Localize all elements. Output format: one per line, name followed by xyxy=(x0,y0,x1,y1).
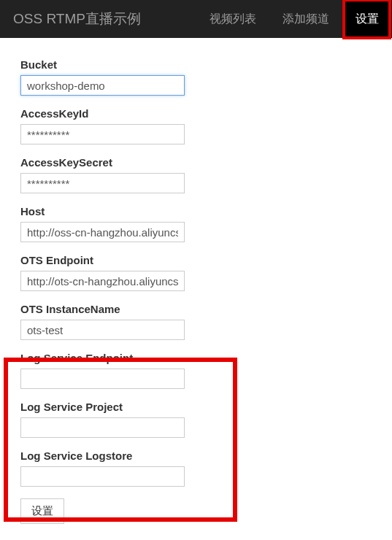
navbar: OSS RTMP直播示例 视频列表 添加频道 设置 xyxy=(0,0,392,38)
form-group-log-service-project: Log Service Project xyxy=(20,401,372,438)
log-service-project-input[interactable] xyxy=(20,417,185,438)
navbar-brand[interactable]: OSS RTMP直播示例 xyxy=(13,9,141,28)
form-group-log-service-logstore: Log Service Logstore xyxy=(20,450,372,487)
form-group-host: Host xyxy=(20,205,372,242)
form-group-ots-instance-name: OTS InstanceName xyxy=(20,303,372,340)
nav-item-settings[interactable]: 设置 xyxy=(342,0,392,38)
ots-endpoint-label: OTS Endpoint xyxy=(20,254,372,266)
access-key-secret-input[interactable] xyxy=(20,173,185,193)
settings-form: Bucket AccessKeyId AccessKeySecret Host … xyxy=(0,38,392,531)
host-input[interactable] xyxy=(20,222,185,242)
log-service-logstore-input[interactable] xyxy=(20,466,185,487)
access-key-id-input[interactable] xyxy=(20,124,185,144)
form-group-log-service-endpoint: Log Service Endpoint xyxy=(20,352,372,389)
nav-item-add-channel[interactable]: 添加频道 xyxy=(269,0,342,38)
bucket-input[interactable] xyxy=(20,75,185,96)
ots-endpoint-input[interactable] xyxy=(20,271,185,291)
bucket-label: Bucket xyxy=(20,58,372,71)
access-key-id-label: AccessKeyId xyxy=(20,107,372,120)
submit-button[interactable]: 设置 xyxy=(20,498,64,524)
ots-instance-name-input[interactable] xyxy=(20,320,185,340)
ots-instance-name-label: OTS InstanceName xyxy=(20,303,372,315)
log-service-project-label: Log Service Project xyxy=(20,401,372,413)
form-group-access-key-secret: AccessKeySecret xyxy=(20,156,372,193)
form-group-ots-endpoint: OTS Endpoint xyxy=(20,254,372,291)
nav-item-video-list[interactable]: 视频列表 xyxy=(196,0,269,38)
access-key-secret-label: AccessKeySecret xyxy=(20,156,372,169)
form-group-bucket: Bucket xyxy=(20,58,372,96)
form-group-access-key-id: AccessKeyId xyxy=(20,107,372,144)
log-service-logstore-label: Log Service Logstore xyxy=(20,450,372,462)
host-label: Host xyxy=(20,205,372,217)
log-service-endpoint-input[interactable] xyxy=(20,369,185,389)
log-service-endpoint-label: Log Service Endpoint xyxy=(20,352,372,364)
nav-items: 视频列表 添加频道 设置 xyxy=(196,0,392,38)
